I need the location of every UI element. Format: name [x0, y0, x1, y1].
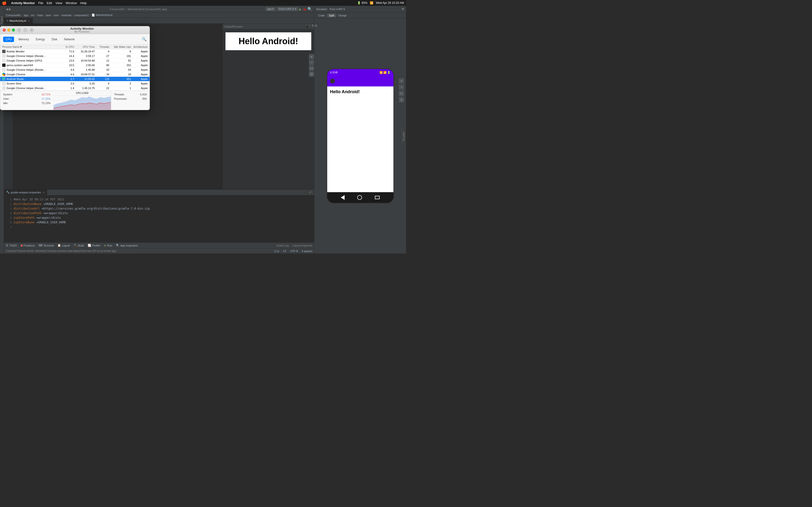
tab-design[interactable]: Design	[337, 13, 349, 17]
menu-edit[interactable]: Edit	[47, 1, 52, 5]
bc-project[interactable]: ComposeM1	[6, 14, 21, 17]
terminal-icon: ⌨	[39, 244, 43, 247]
phone-home-button[interactable]	[357, 195, 362, 200]
am-search-icon[interactable]: 🔍	[142, 37, 147, 42]
menu-bar: 🍎 Activity Monitor File Edit View Window…	[0, 0, 406, 6]
table-row[interactable]: Google Chrome Helper (Rende... 14.4 3:59…	[0, 54, 150, 58]
process-arch: Apple	[132, 59, 148, 62]
search-icon[interactable]: 🔍	[307, 7, 312, 11]
tool-terminal[interactable]: ⌨ Terminal	[39, 244, 54, 247]
chart-label: CPU LOAD	[76, 92, 89, 95]
profiler-label: Profiler	[92, 244, 101, 247]
tab-mainactivity-close[interactable]: ×	[28, 19, 30, 22]
apple-logo-icon[interactable]: 🍎	[2, 1, 7, 5]
table-row[interactable]: Activity Monitor 71.0 31:26:19.47 4 8 Ap…	[0, 49, 150, 54]
emulator-settings-icon[interactable]: ⚙	[402, 7, 404, 11]
zoom-out-button[interactable]: −	[309, 60, 314, 65]
process-threads: 22	[96, 87, 110, 90]
process-time: 10:54:54.68	[75, 59, 96, 62]
am-info-icon[interactable]: i	[23, 28, 28, 32]
am-tab-cpu[interactable]: CPU	[3, 37, 14, 42]
bc-main[interactable]: main	[37, 14, 43, 17]
gradle-tab-close[interactable]: ×	[43, 191, 44, 194]
am-tab-network[interactable]: Network	[62, 37, 77, 42]
tool-run[interactable]: ▶ Run	[104, 244, 112, 247]
table-row[interactable]: Google Chrome Helper (Rende... 4.6 1:45.…	[0, 68, 150, 72]
bc-java[interactable]: java	[46, 14, 51, 17]
zoom-frame-button[interactable]: ⊡	[309, 71, 314, 77]
table-row[interactable]: Google Chrome 4.6 19:08:37.51 34 18 Appl…	[0, 72, 150, 77]
process-cpu: 4.6	[62, 73, 75, 76]
am-title: Activity Monitor My Processes	[36, 27, 128, 34]
debug-button[interactable]: 🐞	[303, 7, 306, 11]
table-row[interactable]: qemu-system-aarch64 10.5 2:05.66 80 252 …	[0, 63, 150, 68]
tab-mainactivity[interactable]: K MainActivity.kt ×	[4, 18, 33, 23]
project-label[interactable]: Project	[0, 15, 4, 25]
am-tab-disk[interactable]: Disk	[49, 37, 60, 42]
col-header-arch[interactable]: Architecture	[132, 45, 148, 48]
menu-view[interactable]: View	[56, 1, 62, 5]
gradle-editor[interactable]: 1 #Wed Apr 28 08:21:34 PDT 2021 2 distri…	[4, 195, 314, 242]
process-threads: 27	[96, 55, 110, 57]
menu-file[interactable]: File	[38, 1, 43, 5]
phone-back-button[interactable]	[341, 195, 345, 200]
toolbar-forward-icon[interactable]: ▶	[9, 7, 11, 11]
zoom-in-button[interactable]: +	[309, 54, 314, 59]
am-tab-memory[interactable]: Memory	[16, 37, 31, 42]
run-label: Run	[107, 244, 112, 247]
am-filter-icon[interactable]: ▾	[30, 28, 34, 32]
device-selector[interactable]: Pixel 4 API S ▾	[277, 7, 298, 11]
terminal-label: Terminal	[44, 244, 54, 247]
am-tab-energy[interactable]: Energy	[33, 37, 47, 42]
window-close-button[interactable]	[3, 29, 6, 32]
tool-logcat[interactable]: 📋 Logcat	[57, 244, 70, 247]
tool-profiler[interactable]: 📈 Profiler	[88, 244, 101, 247]
run-button[interactable]: ▶	[299, 7, 302, 11]
tab-split[interactable]: Split	[327, 13, 336, 17]
zoom-minus-button[interactable]: −	[399, 84, 404, 90]
table-row-selected[interactable]: Android Studio 2.7 11:09.62 115 451 Appl…	[0, 77, 150, 81]
col-header-threads[interactable]: Threads	[96, 45, 110, 48]
zoom-1-1-button[interactable]: 1:1	[399, 91, 404, 96]
tool-app-inspection[interactable]: 🔍 App Inspection	[116, 244, 138, 247]
run-config[interactable]: app ▾	[265, 7, 276, 11]
zoom-fit-button[interactable]: 1:1	[309, 66, 314, 71]
am-close-icon[interactable]: ×	[17, 28, 21, 32]
col-header-idle[interactable]: Idle Wake Ups	[110, 45, 132, 48]
phone-recents-button[interactable]	[375, 196, 379, 199]
zoom-plus-button[interactable]: +	[399, 78, 404, 83]
wifi-icon: 📶	[370, 1, 373, 5]
bc-com[interactable]: com	[54, 14, 59, 17]
table-row[interactable]: Google Chrome Helper (Rende... 1.4 1:45:…	[0, 86, 150, 91]
col-header-time[interactable]: CPU Time	[75, 45, 96, 48]
tool-problems[interactable]: Problems	[21, 244, 35, 247]
bc-app[interactable]: app	[24, 14, 28, 17]
menu-window[interactable]: Window	[66, 1, 77, 5]
bc-mainactivity[interactable]: 📄 MainActivity.kt	[92, 13, 113, 17]
window-minimize-button[interactable]	[7, 29, 10, 32]
col-header-name[interactable]: Process Name ▼	[2, 45, 62, 48]
tab-code[interactable]: Code	[316, 13, 326, 17]
emulator-frame-button[interactable]: ⊡	[399, 97, 404, 102]
col-header-cpu[interactable]: % CPU	[62, 45, 75, 48]
bc-src[interactable]: src	[31, 14, 35, 17]
event-log[interactable]: Event Log	[277, 244, 289, 247]
tab-gradle-wrapper[interactable]: 🔧 gradle-wrapper.properties ×	[4, 189, 47, 195]
toolbar-back-icon[interactable]: ◀	[6, 7, 8, 11]
process-name: qemu-system-aarch64	[2, 63, 62, 67]
process-arch: Apple	[132, 87, 148, 90]
bc-composem1[interactable]: composem1	[74, 14, 89, 17]
menu-help[interactable]: Help	[80, 1, 87, 5]
bc-example[interactable]: example	[61, 14, 71, 17]
status-message: Compose Preview refresh: refreshing Comp…	[6, 249, 116, 252]
phone-settings-icon[interactable]: ⚙	[335, 71, 338, 74]
layout-inspector[interactable]: Layout Inspector	[293, 244, 312, 247]
process-cpu: 10.5	[62, 64, 75, 67]
table-row[interactable]: Screen Shot 2.0 0.25 9 3 Apple	[0, 81, 150, 86]
tool-build[interactable]: 🔨 Build	[74, 244, 84, 247]
tool-todo[interactable]: ☰ TODO	[6, 244, 17, 247]
table-row[interactable]: Google Chrome Helper (GPU) 13.0 10:54:54…	[0, 58, 150, 63]
bottom-tab-bar: 🔧 gradle-wrapper.properties × ✓	[4, 189, 314, 195]
window-maximize-button[interactable]	[12, 29, 15, 32]
am-process-table: Process Name ▼ % CPU CPU Time Threads Id…	[0, 45, 150, 91]
